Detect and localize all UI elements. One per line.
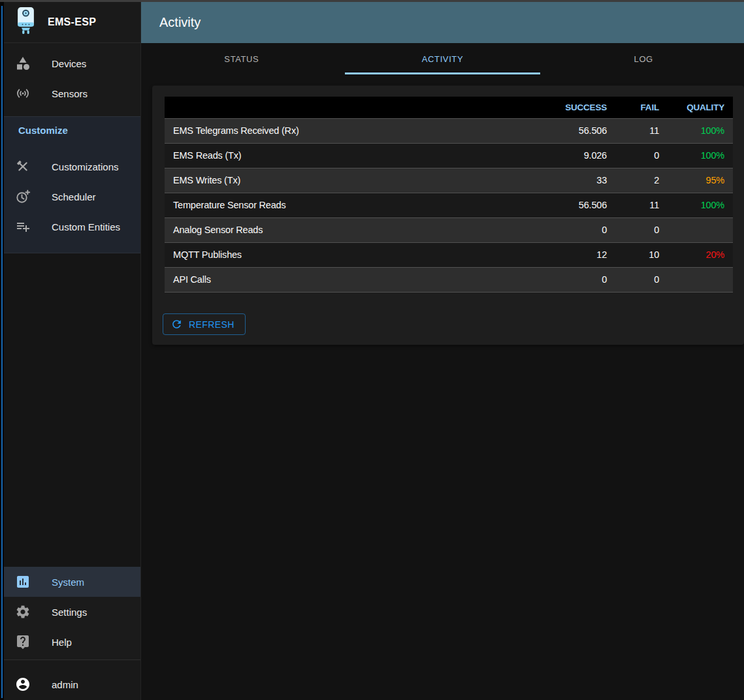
success-cell: 56.506 bbox=[537, 118, 615, 143]
fail-cell: 2 bbox=[615, 168, 668, 193]
success-cell: 33 bbox=[537, 168, 615, 193]
window-left-edge-artifact bbox=[0, 2, 4, 700]
more-time-icon bbox=[15, 189, 31, 204]
fail-cell: 11 bbox=[615, 118, 668, 143]
table-header-row: SUCCESS FAIL QUALITY bbox=[165, 97, 733, 118]
row-name-cell: Temperature Sensor Reads bbox=[165, 193, 537, 217]
quality-cell: 100% bbox=[668, 118, 733, 143]
sidebar-item-system[interactable]: System bbox=[4, 567, 140, 597]
help-icon bbox=[15, 634, 31, 650]
sidebar-item-label: Custom Entities bbox=[52, 221, 120, 232]
sidebar: EMS-ESP Devices Sensors Customize bbox=[4, 2, 141, 700]
quality-cell bbox=[668, 267, 733, 292]
table-row: EMS Writes (Tx)33295% bbox=[165, 168, 733, 193]
table-row: MQTT Publishes121020% bbox=[165, 242, 733, 267]
col-header-quality: QUALITY bbox=[668, 97, 733, 118]
success-cell: 9.026 bbox=[537, 143, 615, 168]
app-bar: Activity bbox=[141, 2, 744, 43]
table-row: EMS Reads (Tx)9.0260100% bbox=[165, 143, 733, 168]
sidebar-top-section: EMS-ESP Devices Sensors bbox=[4, 2, 140, 116]
row-name-cell: EMS Telegrams Received (Rx) bbox=[165, 118, 537, 143]
sensors-icon bbox=[15, 86, 31, 101]
sidebar-item-label: Devices bbox=[52, 58, 86, 69]
table-row: Temperature Sensor Reads56.50611100% bbox=[165, 193, 733, 217]
fail-cell: 11 bbox=[615, 193, 668, 217]
sidebar-bottom-section: System Settings Help bbox=[4, 567, 140, 700]
window-top-edge bbox=[0, 0, 744, 2]
quality-cell: 95% bbox=[668, 168, 733, 193]
success-cell: 56.506 bbox=[537, 193, 615, 217]
table-row: EMS Telegrams Received (Rx)56.50611100% bbox=[165, 118, 733, 143]
success-cell: 0 bbox=[537, 217, 615, 242]
fail-cell: 0 bbox=[615, 217, 668, 242]
user-name: admin bbox=[52, 679, 78, 690]
tab-log[interactable]: LOG bbox=[543, 43, 744, 74]
row-name-cell: Analog Sensor Reads bbox=[165, 217, 537, 242]
sidebar-item-customizations[interactable]: Customizations bbox=[4, 151, 140, 182]
tab-bar: STATUS ACTIVITY LOG bbox=[141, 43, 744, 74]
sidebar-item-label: Settings bbox=[52, 607, 87, 618]
account-icon bbox=[15, 676, 31, 692]
category-icon bbox=[15, 56, 31, 71]
refresh-icon bbox=[170, 318, 183, 330]
row-name-cell: EMS Writes (Tx) bbox=[165, 168, 537, 193]
construction-icon bbox=[15, 159, 31, 174]
sidebar-item-label: Help bbox=[52, 637, 72, 648]
sidebar-item-label: Customizations bbox=[52, 161, 119, 172]
app-title: EMS-ESP bbox=[48, 16, 96, 28]
fail-cell: 0 bbox=[615, 143, 668, 168]
refresh-button[interactable]: REFRESH bbox=[163, 313, 246, 335]
row-name-cell: EMS Reads (Tx) bbox=[165, 143, 537, 168]
tab-activity[interactable]: ACTIVITY bbox=[342, 43, 543, 74]
sidebar-item-help[interactable]: Help bbox=[4, 627, 140, 657]
boiler-logo-icon bbox=[15, 6, 37, 39]
col-header-name bbox=[165, 97, 537, 118]
sidebar-brand[interactable]: EMS-ESP bbox=[4, 2, 140, 43]
col-header-success: SUCCESS bbox=[537, 97, 615, 118]
sidebar-item-custom-entities[interactable]: Custom Entities bbox=[4, 212, 140, 242]
sidebar-item-label: System bbox=[52, 577, 84, 588]
sidebar-item-scheduler[interactable]: Scheduler bbox=[4, 182, 140, 212]
sidebar-item-devices[interactable]: Devices bbox=[4, 48, 140, 78]
sidebar-item-sensors[interactable]: Sensors bbox=[4, 78, 140, 108]
quality-cell: 20% bbox=[668, 242, 733, 267]
table-row: Analog Sensor Reads00 bbox=[165, 217, 733, 242]
window-edge-blue-line bbox=[1, 6, 3, 698]
activity-table: SUCCESS FAIL QUALITY EMS Telegrams Recei… bbox=[165, 97, 733, 293]
customize-section-header: Customize bbox=[18, 125, 68, 136]
row-name-cell: MQTT Publishes bbox=[165, 242, 537, 267]
sidebar-user-admin[interactable]: admin bbox=[4, 669, 140, 699]
row-name-cell: API Calls bbox=[165, 267, 537, 292]
sidebar-item-label: Scheduler bbox=[52, 191, 96, 202]
fail-cell: 10 bbox=[615, 242, 668, 267]
sidebar-user-section: admin bbox=[4, 660, 140, 700]
gear-icon bbox=[15, 604, 31, 620]
col-header-fail: FAIL bbox=[615, 97, 668, 118]
sidebar-customize-section: Customize Customizations Scheduler bbox=[4, 116, 140, 253]
tab-status[interactable]: STATUS bbox=[141, 43, 342, 74]
activity-card: SUCCESS FAIL QUALITY EMS Telegrams Recei… bbox=[152, 86, 744, 345]
refresh-button-label: REFRESH bbox=[189, 319, 235, 330]
success-cell: 12 bbox=[537, 242, 615, 267]
quality-cell: 100% bbox=[668, 193, 733, 217]
success-cell: 0 bbox=[537, 267, 615, 292]
fail-cell: 0 bbox=[615, 267, 668, 292]
playlist-add-icon bbox=[15, 219, 31, 234]
quality-cell: 100% bbox=[668, 143, 733, 168]
page-title: Activity bbox=[159, 15, 201, 30]
sidebar-item-settings[interactable]: Settings bbox=[4, 597, 140, 627]
table-row: API Calls00 bbox=[165, 267, 733, 292]
poll-icon bbox=[15, 574, 31, 590]
quality-cell bbox=[668, 217, 733, 242]
activity-table-body: EMS Telegrams Received (Rx)56.50611100%E… bbox=[165, 118, 733, 292]
sidebar-item-label: Sensors bbox=[52, 88, 88, 99]
